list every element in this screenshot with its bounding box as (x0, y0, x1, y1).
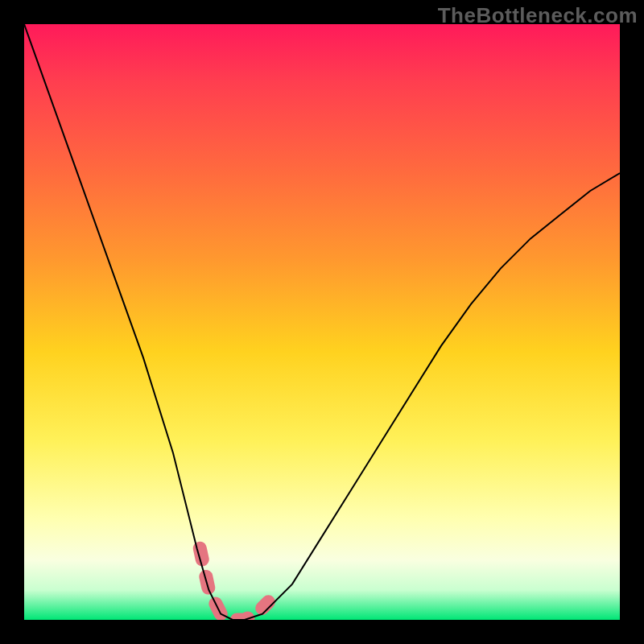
valley-highlight (200, 548, 268, 620)
bottleneck-curve (24, 24, 620, 620)
chart-stage: TheBottleneck.com (0, 0, 644, 644)
curve-layer (24, 24, 620, 620)
plot-area (24, 24, 620, 620)
